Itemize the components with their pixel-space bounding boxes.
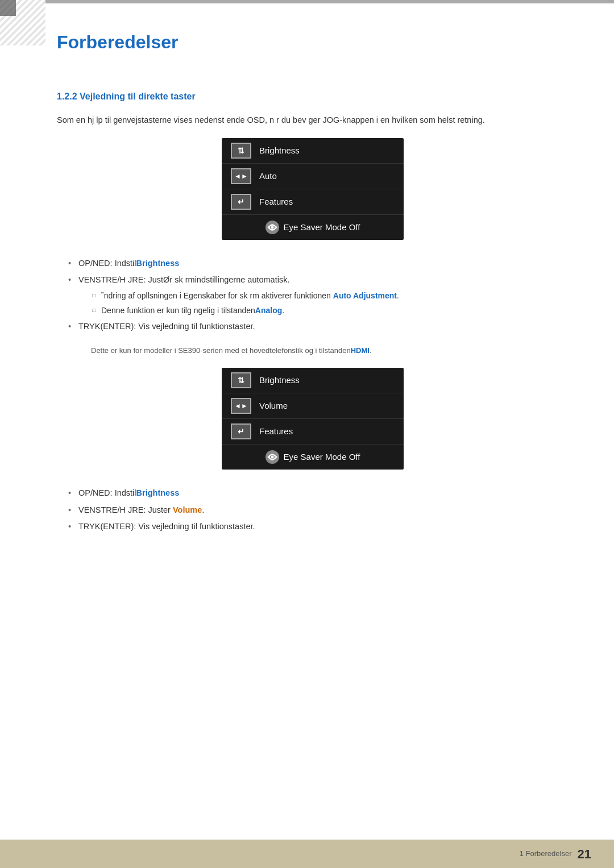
list-item-1-3: TRYK(ENTER): Vis vejledning til funktion…: [68, 320, 569, 333]
osd-bottom-1: Eye Saver Mode Off: [222, 215, 404, 240]
bullet-list-1: OP/NED: IndstilBrightness VENSTRE/H JRE:…: [57, 257, 569, 333]
left-right-icon-2: ◄►: [231, 398, 251, 414]
eye-saver-icon-1: [265, 221, 279, 234]
note-paragraph: Dette er kun for modeller i SE390-serien…: [57, 345, 569, 357]
osd-label-brightness-2: Brightness: [259, 374, 300, 387]
page-title: Forberedelser: [57, 28, 569, 56]
left-right-icon-1: ◄►: [231, 168, 251, 184]
footer-page-number: 21: [578, 845, 591, 863]
osd-row-features-1: ↵ Features: [222, 189, 404, 215]
osd-label-features-1: Features: [259, 196, 293, 209]
footer-section-label: 1 Forberedelser: [520, 848, 572, 859]
osd-row-volume: ◄► Volume: [222, 393, 404, 419]
osd-row-features-2: ↵ Features: [222, 419, 404, 445]
list-item-1-1: OP/NED: IndstilBrightness: [68, 257, 569, 270]
eye-saver-icon-2: [265, 450, 279, 464]
hdmi-highlight: HDMI: [351, 346, 370, 355]
list-item-2-2: VENSTRE/H JRE: Juster Volume.: [68, 504, 569, 517]
sub-item-1-1: ˜ndring af opllsningen i Egenskaber for …: [92, 289, 569, 302]
up-down-icon-2: ⇅: [231, 372, 251, 388]
analog-highlight: Analog: [255, 306, 282, 315]
svg-point-4: [271, 226, 273, 229]
osd-row-brightness-1: ⇅ Brightness: [222, 138, 404, 164]
auto-adjustment-highlight: Auto Adjustment: [333, 291, 397, 300]
osd-label-auto: Auto: [259, 170, 277, 183]
brightness-highlight-1: Brightness: [136, 259, 180, 268]
bullet-list-2: OP/NED: IndstilBrightness VENSTRE/H JRE:…: [57, 487, 569, 533]
osd-eye-saver-label-2: Eye Saver Mode Off: [284, 451, 360, 464]
intro-paragraph: Som en hj lp til genvejstasterne vises n…: [57, 114, 569, 127]
volume-highlight: Volume: [173, 505, 202, 514]
list-item-2-1: OP/NED: IndstilBrightness: [68, 487, 569, 500]
sub-list-1: ˜ndring af opllsningen i Egenskaber for …: [78, 289, 569, 317]
osd-row-auto: ◄► Auto: [222, 164, 404, 189]
svg-point-6: [271, 456, 273, 459]
sub-item-1-2: Denne funktion er kun tilg ngelig i tils…: [92, 304, 569, 317]
section-heading: 1.2.2 Vejledning til direkte taster: [57, 90, 569, 103]
list-item-1-3-text: TRYK(ENTER): Vis vejledning til funktion…: [78, 322, 255, 331]
osd-label-features-2: Features: [259, 425, 293, 438]
osd-bottom-2: Eye Saver Mode Off: [222, 445, 404, 470]
brightness-highlight-2: Brightness: [136, 488, 180, 497]
osd-row-brightness-2: ⇅ Brightness: [222, 368, 404, 393]
enter-icon-1: ↵: [231, 194, 251, 210]
osd-label-volume: Volume: [259, 400, 288, 413]
osd-menu-2: ⇅ Brightness ◄► Volume ↵ Features Eye Sa…: [222, 368, 404, 470]
list-item-1-2: VENSTRE/H JRE: JustØr sk rmindstillinger…: [68, 273, 569, 317]
up-down-icon-1: ⇅: [231, 143, 251, 159]
list-item-1-2-text: VENSTRE/H JRE: JustØr sk rmindstillinger…: [78, 275, 289, 284]
osd-label-brightness-1: Brightness: [259, 144, 300, 157]
enter-icon-2: ↵: [231, 423, 251, 439]
osd-eye-saver-label-1: Eye Saver Mode Off: [284, 221, 360, 234]
list-item-1-1-text: OP/NED: IndstilBrightness: [78, 259, 179, 268]
list-item-2-3: TRYK(ENTER): Vis vejledning til funktion…: [68, 520, 569, 533]
page-footer: 1 Forberedelser 21: [0, 840, 614, 868]
osd-menu-1: ⇅ Brightness ◄► Auto ↵ Features Eye Save…: [222, 138, 404, 240]
